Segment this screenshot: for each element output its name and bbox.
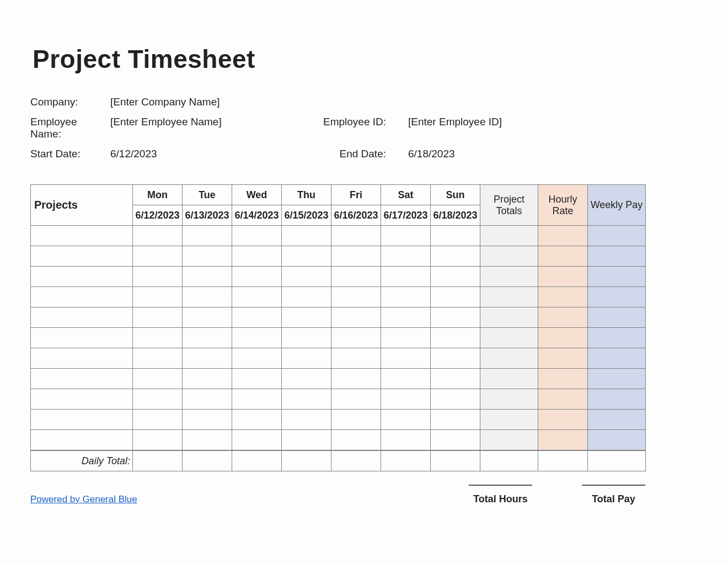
employee-name-value[interactable]: [Enter Employee Name] [110, 116, 314, 128]
hourly-rate-cell[interactable] [538, 267, 588, 287]
project-total-cell[interactable] [480, 348, 538, 369]
hours-cell[interactable] [133, 328, 183, 348]
project-total-cell[interactable] [480, 369, 538, 389]
hours-cell[interactable] [381, 267, 431, 287]
hours-cell[interactable] [232, 246, 282, 267]
hours-cell[interactable] [282, 267, 331, 287]
hours-cell[interactable] [232, 348, 282, 369]
hours-cell[interactable] [232, 287, 282, 307]
hours-cell[interactable] [232, 389, 282, 410]
hourly-rate-cell[interactable] [538, 226, 588, 246]
hours-cell[interactable] [133, 410, 183, 430]
hours-cell[interactable] [431, 307, 480, 328]
hours-cell[interactable] [282, 246, 331, 267]
hours-cell[interactable] [232, 430, 282, 450]
hours-cell[interactable] [431, 267, 480, 287]
hours-cell[interactable] [282, 410, 331, 430]
hourly-rate-cell[interactable] [538, 430, 588, 450]
hours-cell[interactable] [183, 369, 232, 389]
project-name-cell[interactable] [31, 246, 133, 267]
hours-cell[interactable] [282, 287, 331, 307]
hours-cell[interactable] [183, 430, 232, 450]
hours-cell[interactable] [331, 307, 381, 328]
hourly-rate-cell[interactable] [538, 389, 588, 410]
project-name-cell[interactable] [31, 307, 133, 328]
hours-cell[interactable] [431, 389, 480, 410]
project-name-cell[interactable] [31, 389, 133, 410]
hours-cell[interactable] [381, 226, 431, 246]
hours-cell[interactable] [431, 246, 480, 267]
hours-cell[interactable] [331, 348, 381, 369]
hours-cell[interactable] [133, 267, 183, 287]
hours-cell[interactable] [183, 246, 232, 267]
hours-cell[interactable] [232, 226, 282, 246]
hours-cell[interactable] [331, 226, 381, 246]
hours-cell[interactable] [431, 226, 480, 246]
hours-cell[interactable] [282, 389, 331, 410]
project-total-cell[interactable] [480, 389, 538, 410]
hours-cell[interactable] [232, 307, 282, 328]
end-date-value[interactable]: 6/18/2023 [408, 148, 563, 160]
hours-cell[interactable] [133, 348, 183, 369]
hours-cell[interactable] [232, 369, 282, 389]
hours-cell[interactable] [431, 287, 480, 307]
project-total-cell[interactable] [480, 226, 538, 246]
hourly-rate-cell[interactable] [538, 287, 588, 307]
hours-cell[interactable] [133, 307, 183, 328]
hours-cell[interactable] [282, 328, 331, 348]
hourly-rate-cell[interactable] [538, 410, 588, 430]
hours-cell[interactable] [381, 389, 431, 410]
hours-cell[interactable] [381, 430, 431, 450]
hours-cell[interactable] [183, 389, 232, 410]
hours-cell[interactable] [133, 287, 183, 307]
hours-cell[interactable] [331, 369, 381, 389]
hours-cell[interactable] [381, 348, 431, 369]
hours-cell[interactable] [381, 328, 431, 348]
project-total-cell[interactable] [480, 410, 538, 430]
hours-cell[interactable] [331, 287, 381, 307]
project-name-cell[interactable] [31, 369, 133, 389]
hours-cell[interactable] [431, 430, 480, 450]
hours-cell[interactable] [133, 226, 183, 246]
project-total-cell[interactable] [480, 307, 538, 328]
project-name-cell[interactable] [31, 287, 133, 307]
hours-cell[interactable] [282, 226, 331, 246]
hourly-rate-cell[interactable] [538, 246, 588, 267]
hours-cell[interactable] [381, 410, 431, 430]
hours-cell[interactable] [282, 348, 331, 369]
hours-cell[interactable] [183, 267, 232, 287]
hourly-rate-cell[interactable] [538, 307, 588, 328]
project-total-cell[interactable] [480, 246, 538, 267]
hours-cell[interactable] [431, 410, 480, 430]
hours-cell[interactable] [431, 369, 480, 389]
start-date-value[interactable]: 6/12/2023 [110, 148, 314, 160]
hours-cell[interactable] [381, 287, 431, 307]
hours-cell[interactable] [232, 267, 282, 287]
hours-cell[interactable] [183, 410, 232, 430]
hours-cell[interactable] [331, 328, 381, 348]
hours-cell[interactable] [183, 307, 232, 328]
hours-cell[interactable] [133, 369, 183, 389]
hours-cell[interactable] [431, 348, 480, 369]
project-name-cell[interactable] [31, 267, 133, 287]
employee-id-value[interactable]: [Enter Employee ID] [408, 116, 563, 128]
company-value[interactable]: [Enter Company Name] [110, 96, 314, 108]
hours-cell[interactable] [381, 246, 431, 267]
project-total-cell[interactable] [480, 287, 538, 307]
hours-cell[interactable] [282, 430, 331, 450]
hours-cell[interactable] [381, 369, 431, 389]
hours-cell[interactable] [183, 328, 232, 348]
hours-cell[interactable] [133, 389, 183, 410]
hours-cell[interactable] [183, 348, 232, 369]
hourly-rate-cell[interactable] [538, 348, 588, 369]
project-total-cell[interactable] [480, 430, 538, 450]
project-total-cell[interactable] [480, 328, 538, 348]
hours-cell[interactable] [431, 328, 480, 348]
hourly-rate-cell[interactable] [538, 328, 588, 348]
hours-cell[interactable] [282, 307, 331, 328]
hours-cell[interactable] [282, 369, 331, 389]
hours-cell[interactable] [133, 246, 183, 267]
project-name-cell[interactable] [31, 430, 133, 450]
project-name-cell[interactable] [31, 328, 133, 348]
hours-cell[interactable] [381, 307, 431, 328]
